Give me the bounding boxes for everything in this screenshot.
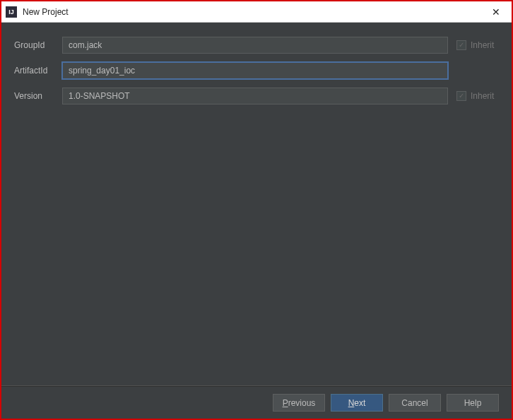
version-row: Version ✓ Inherit xyxy=(14,88,499,104)
previous-button[interactable]: Previous xyxy=(273,394,325,412)
close-icon: ✕ xyxy=(492,6,500,18)
groupid-label: GroupId xyxy=(14,40,55,50)
next-button[interactable]: Next xyxy=(331,394,383,412)
groupid-input[interactable] xyxy=(62,37,448,54)
inherit-label: Inherit xyxy=(471,40,494,50)
groupid-row: GroupId ✓ Inherit xyxy=(14,37,499,54)
version-label: Version xyxy=(14,91,55,101)
checkbox-checked-icon: ✓ xyxy=(456,40,466,50)
artifactid-row: ArtifactId xyxy=(14,62,499,79)
version-inherit[interactable]: ✓ Inherit xyxy=(456,91,499,101)
artifactid-label: ArtifactId xyxy=(14,66,55,76)
button-bar: Previous Next Cancel Help xyxy=(1,386,512,419)
version-input[interactable] xyxy=(62,88,448,104)
groupid-inherit[interactable]: ✓ Inherit xyxy=(456,40,499,50)
help-button[interactable]: Help xyxy=(447,394,499,412)
titlebar: IJ New Project ✕ xyxy=(1,1,512,23)
cancel-button[interactable]: Cancel xyxy=(389,394,441,412)
checkbox-checked-icon: ✓ xyxy=(456,91,466,101)
inherit-label: Inherit xyxy=(471,91,494,101)
artifactid-input[interactable] xyxy=(62,62,448,79)
app-icon: IJ xyxy=(6,6,17,18)
close-button[interactable]: ✕ xyxy=(480,1,512,23)
dialog-content: GroupId ✓ Inherit ArtifactId Version ✓ I… xyxy=(1,23,512,386)
window-title: New Project xyxy=(23,7,69,17)
